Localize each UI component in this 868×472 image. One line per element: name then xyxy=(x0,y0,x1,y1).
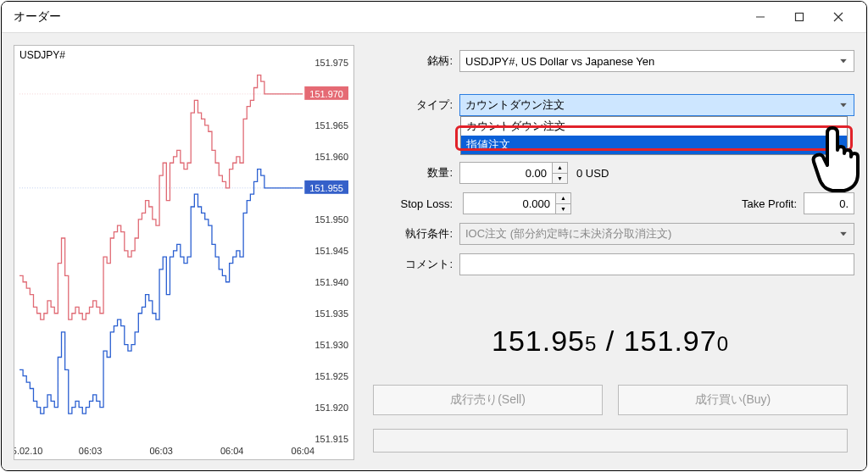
comment-label: コメント: xyxy=(366,257,459,272)
symbol-select[interactable]: USDJPY#, US Dollar vs Japanese Yen xyxy=(459,50,854,72)
svg-text:151.960: 151.960 xyxy=(314,152,348,162)
chart-symbol-label: USDJPY# xyxy=(19,49,65,61)
order-buttons: 成行売り(Sell) 成行買い(Buy) xyxy=(373,385,848,415)
sl-input[interactable] xyxy=(463,192,556,214)
spin-up-icon[interactable]: ▲ xyxy=(553,163,567,174)
svg-text:151.965: 151.965 xyxy=(314,120,348,130)
sell-button[interactable]: 成行売り(Sell) xyxy=(373,385,603,415)
status-strip xyxy=(373,429,848,453)
comment-input[interactable] xyxy=(459,253,854,275)
comment-row: コメント: xyxy=(366,252,854,277)
price-chart: 151.915151.920151.925151.930151.935151.9… xyxy=(14,46,353,459)
svg-text:06:03: 06:03 xyxy=(149,446,172,456)
qty-label: 数量: xyxy=(366,165,459,180)
maximize-button[interactable] xyxy=(780,2,819,32)
qty-spinner[interactable]: ▲▼ xyxy=(553,162,568,184)
symbol-label: 銘柄: xyxy=(366,53,459,69)
sl-spinner[interactable]: ▲▼ xyxy=(556,192,571,214)
bid-price-sub: 5 xyxy=(585,332,597,355)
price-sep: / xyxy=(597,325,623,357)
order-window: オーダー USDJPY# 151.915151.920151.925151.93… xyxy=(1,1,867,471)
type-dropdown[interactable]: カウントダウン注文 指値注文 xyxy=(460,116,848,155)
svg-text:151.925: 151.925 xyxy=(314,371,348,381)
svg-text:2025.02.10: 2025.02.10 xyxy=(14,446,42,456)
svg-text:151.955: 151.955 xyxy=(309,183,343,193)
sl-tp-row: Stop Loss: ▲▼ Take Profit: xyxy=(366,191,854,216)
type-option-limit[interactable]: 指値注文 xyxy=(461,136,847,154)
qty-suffix: 0 USD xyxy=(568,167,609,180)
exec-row: 執行条件: IOC注文 (部分約定時に未決済分取消注文) xyxy=(366,221,854,247)
svg-text:151.935: 151.935 xyxy=(314,308,348,319)
window-controls xyxy=(741,2,858,32)
svg-text:151.920: 151.920 xyxy=(314,403,348,413)
sl-label: Stop Loss: xyxy=(366,197,459,210)
svg-text:06:03: 06:03 xyxy=(79,446,102,456)
svg-text:151.970: 151.970 xyxy=(309,89,343,99)
symbol-row: 銘柄: USDJPY#, US Dollar vs Japanese Yen xyxy=(366,48,854,74)
svg-rect-1 xyxy=(796,14,804,21)
type-label: タイプ: xyxy=(366,97,459,113)
ask-price-sub: 0 xyxy=(717,332,729,355)
type-row: タイプ: カウントダウン注文 xyxy=(366,92,854,118)
qty-input[interactable] xyxy=(459,162,553,184)
minimize-button[interactable] xyxy=(741,2,780,32)
svg-text:151.945: 151.945 xyxy=(314,246,348,256)
svg-text:151.950: 151.950 xyxy=(314,214,348,225)
buy-button[interactable]: 成行買い(Buy) xyxy=(618,385,848,415)
close-button[interactable] xyxy=(819,2,858,32)
bid-price-main: 151.95 xyxy=(492,325,585,357)
svg-text:151.940: 151.940 xyxy=(314,277,348,287)
svg-text:06:04: 06:04 xyxy=(292,446,314,456)
spin-down-icon[interactable]: ▼ xyxy=(556,204,570,214)
svg-text:06:04: 06:04 xyxy=(220,446,243,456)
svg-text:151.930: 151.930 xyxy=(314,340,348,350)
exec-label: 執行条件: xyxy=(366,226,459,242)
spin-down-icon[interactable]: ▼ xyxy=(553,174,567,184)
type-option-countdown[interactable]: カウントダウン注文 xyxy=(461,117,847,136)
titlebar: オーダー xyxy=(2,2,866,33)
qty-row: 数量: ▲▼ 0 USD xyxy=(366,160,854,186)
type-select[interactable]: カウントダウン注文 xyxy=(459,94,854,116)
price-display: 151.955 / 151.970 xyxy=(366,325,854,358)
tp-label: Take Profit: xyxy=(735,197,804,210)
ask-price-main: 151.97 xyxy=(624,325,717,357)
chart-panel: USDJPY# 151.915151.920151.925151.930151.… xyxy=(14,45,354,460)
order-form: 銘柄: USDJPY#, US Dollar vs Japanese Yen タ… xyxy=(366,45,854,460)
spin-up-icon[interactable]: ▲ xyxy=(556,193,570,204)
exec-select: IOC注文 (部分約定時に未決済分取消注文) xyxy=(459,223,854,245)
svg-text:151.915: 151.915 xyxy=(314,434,348,444)
content: USDJPY# 151.915151.920151.925151.930151.… xyxy=(2,33,866,471)
svg-text:151.975: 151.975 xyxy=(314,58,348,68)
tp-input[interactable] xyxy=(804,192,854,214)
window-title: オーダー xyxy=(14,9,61,25)
